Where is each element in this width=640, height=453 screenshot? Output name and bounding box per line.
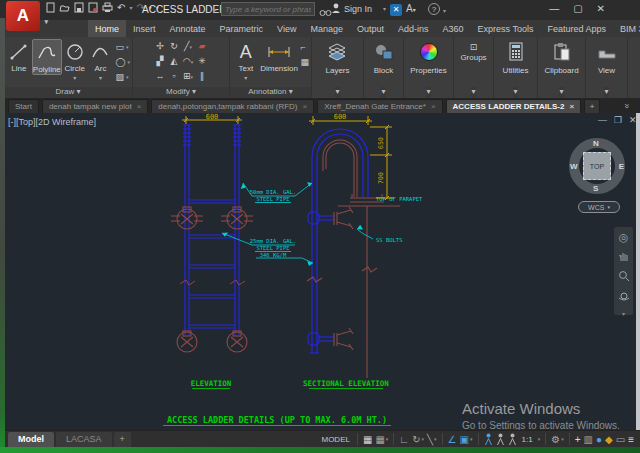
exchange-apps-icon[interactable]: ✕ [390,4,402,16]
polyline-button[interactable]: Polyline [32,39,62,75]
search-input[interactable] [222,3,314,15]
sign-in-button[interactable]: Sign In ▾ [331,3,386,14]
undo-icon[interactable]: ↶ [117,2,125,13]
circle-caret-icon[interactable]: ▾ [73,74,76,81]
annotation-scale-value[interactable]: 1:1 [522,435,533,444]
viewcube-south[interactable]: S [593,184,598,193]
annotation-visibility-icon[interactable] [484,433,493,446]
tab-annotate[interactable]: Annotate [163,20,213,37]
stretch-icon[interactable]: ↔ [153,69,167,84]
annotation-panel-footer[interactable]: Annotation ▾ [230,87,311,98]
hatch-icon[interactable]: ▨ [115,72,124,82]
viewcube-east[interactable]: E [619,162,624,171]
isodraft-icon[interactable]: ╲▾ [427,434,437,445]
undo-caret-icon[interactable]: ▾ [129,4,132,11]
pan-icon[interactable] [618,250,630,264]
annotation-scale-caret-icon[interactable]: ▾ [538,436,541,442]
tab-home[interactable]: Home [88,20,126,37]
explode-icon[interactable]: ✳ [195,54,209,69]
customization-icon[interactable]: ≡ [628,434,634,445]
quick-properties-icon[interactable]: ▥ [584,434,593,445]
tab-bim360[interactable]: BIM 360 [613,20,640,37]
arc-caret-icon[interactable]: ▾ [99,74,102,81]
layers-panel-footer[interactable]: ▾ [335,87,339,98]
erase-icon[interactable]: ▰ [195,39,209,54]
tab-output[interactable]: Output [350,20,391,37]
viewcube-top-face[interactable]: TOP [583,152,611,180]
drawing-canvas[interactable]: 600 [0,113,640,430]
tab-insert[interactable]: Insert [126,20,163,37]
polar-tracking-icon[interactable]: ↻▾ [412,434,424,445]
file-tab-access-ladder[interactable]: ACCESS LADDER DETAILS-2× [446,99,582,113]
block-panel-footer[interactable]: ▾ [381,87,385,98]
ortho-icon[interactable]: ∟ [399,434,409,445]
text-button[interactable]: A Text ▾ [232,39,260,81]
modify-panel-footer[interactable]: Modify ▾ [133,87,229,98]
mirror-icon[interactable]: ◭ [167,54,181,69]
clipboard-panel[interactable]: Clipboard ▾ [538,37,586,98]
block-panel[interactable]: Block ▾ [364,37,404,98]
clean-screen-icon[interactable]: ▭ [616,434,625,445]
arc-button[interactable]: Arc ▾ [88,39,114,81]
save-as-icon[interactable] [88,2,98,13]
groups-panel-footer[interactable]: ▾ [471,87,475,98]
grid-icon[interactable]: ▦ [363,434,372,445]
space-label[interactable]: MODEL [321,435,349,444]
orbit-icon[interactable] [618,290,630,304]
line-button[interactable]: Line [6,39,32,73]
navbar-caret-icon[interactable]: ▾ [622,310,625,317]
maximize-button[interactable]: ▢ [573,3,582,14]
file-tab-denah-tampak[interactable]: denah tampak new plot× [42,99,148,113]
table-icon[interactable]: ▦ [300,57,309,67]
leader-icon[interactable]: ⌐ [300,42,305,52]
snap-icon[interactable]: ▦▾ [375,434,388,445]
annotation-autoscale-icon[interactable] [496,433,505,446]
workspace-gear-icon[interactable]: ⚙▾ [551,434,563,445]
navigation-wheel-icon[interactable]: ◎ [619,231,629,244]
fillet-icon[interactable]: ◠▾ [181,54,195,69]
wcs-menu[interactable]: WCS▾ [578,201,620,213]
trusted-dwg-icon[interactable]: ◆ [605,434,613,445]
properties-panel[interactable]: Properties ▾ [404,37,454,98]
open-folder-icon[interactable] [59,2,70,13]
utilities-panel[interactable]: Utilities ▾ [494,37,538,98]
viewcube-north[interactable]: N [593,139,599,148]
draw-panel-footer[interactable]: Draw ▾ [4,87,132,98]
text-caret-icon[interactable]: ▾ [244,74,247,81]
object-snap-icon[interactable]: ▣▾ [460,434,473,445]
array-icon[interactable]: ⊞▾ [181,69,195,84]
scale-icon[interactable]: ▫ [167,69,181,84]
viewcube-west[interactable]: W [570,162,578,171]
groups-panel[interactable]: ⊡ Groups ▾ [454,37,494,98]
file-tab-xreff[interactable]: Xreff_Denah Gate Entrance*× [317,99,442,113]
save-icon[interactable] [74,2,84,13]
new-layout-button[interactable]: + [114,432,131,447]
ellipse-icon[interactable]: ◯ [115,57,125,67]
file-tab-denah-potongan[interactable]: denah,potongan,tampak rabbani (RFD)× [151,99,314,113]
viewport-controls-label[interactable]: [-][Top][2D Wireframe] [8,117,96,127]
offset-icon[interactable]: ∥ [195,69,209,84]
properties-panel-footer[interactable]: ▾ [426,87,430,98]
help-icon[interactable]: ? [428,3,440,15]
tab-express-tools[interactable]: Express Tools [471,20,541,37]
close-button[interactable]: ✕ [597,3,605,14]
model-tab[interactable]: Model [8,432,54,447]
viewcube[interactable]: N W E S TOP [569,138,625,194]
close-icon[interactable]: × [569,100,574,113]
drawing-minimize-button[interactable]: — [598,115,607,125]
utilities-panel-footer[interactable]: ▾ [513,87,517,98]
layout-tab-lacasa[interactable]: LACASA [56,432,112,447]
plot-icon[interactable] [102,2,113,13]
close-icon[interactable]: × [303,100,308,113]
help-caret-icon[interactable]: ▾ [443,7,446,14]
trim-icon[interactable]: ╱▾ [181,39,195,54]
rectangle-icon[interactable]: ▭ [115,42,124,52]
graphics-performance-icon[interactable]: ● [596,434,602,445]
move-icon[interactable]: ✢ [153,39,167,54]
dimension-button[interactable]: Dimension [260,39,299,73]
annotation-monitor-icon[interactable]: + [575,434,581,445]
layers-panel[interactable]: Layers ▾ [312,37,364,98]
drawing-restore-button[interactable]: ❐ [614,115,622,125]
close-icon[interactable]: × [431,100,436,113]
tab-manage[interactable]: Manage [303,20,350,37]
